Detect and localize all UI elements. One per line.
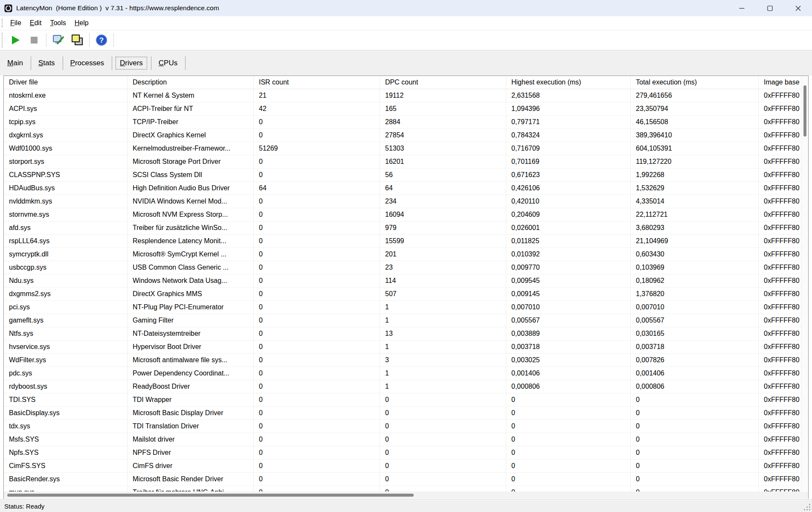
cell-driver-file: dxgmms2.sys xyxy=(4,288,128,300)
cell-total-execution: 119,127220 xyxy=(631,155,759,168)
column-header-description[interactable]: Description xyxy=(128,76,254,89)
cell-isr-count: 0 xyxy=(254,420,380,433)
tab-cpus[interactable]: CPUs xyxy=(155,57,181,69)
table-row[interactable]: pdc.sys Power Dependency Coordinat... 0 … xyxy=(4,367,801,380)
cell-description: Mailslot driver xyxy=(128,433,254,446)
menu-tools[interactable]: Tools xyxy=(46,17,70,29)
table-row[interactable]: dxgkrnl.sys DirectX Graphics Kernel 0 27… xyxy=(4,129,801,142)
cell-dpc-count: 1 xyxy=(380,380,506,393)
table-row[interactable]: Ntfs.sys NT-Dateisystemtreiber 0 13 0,00… xyxy=(4,327,801,340)
table-row[interactable]: BasicDisplay.sys Microsoft Basic Display… xyxy=(4,407,801,420)
cell-isr-count: 0 xyxy=(254,354,380,367)
cell-driver-file: pci.sys xyxy=(4,301,128,314)
cell-total-execution: 0 xyxy=(631,433,759,446)
menu-file[interactable]: File xyxy=(6,17,26,29)
title-bar[interactable]: LatencyMon (Home Edition ) v 7.31 - http… xyxy=(0,0,812,16)
cell-driver-file: HDAudBus.sys xyxy=(4,182,128,195)
table-row[interactable]: nvlddmkm.sys NVIDIA Windows Kernel Mod..… xyxy=(4,195,801,208)
cell-dpc-count: 19112 xyxy=(380,89,506,102)
cell-dpc-count: 507 xyxy=(380,288,506,300)
table-row[interactable]: gameflt.sys Gaming Filter 0 1 0,005567 0… xyxy=(4,314,801,327)
menu-edit[interactable]: Edit xyxy=(26,17,46,29)
table-row[interactable]: Msfs.SYS Mailslot driver 0 0 0 0 0xFFFFF… xyxy=(4,433,801,446)
cell-total-execution: 604,105391 xyxy=(631,142,759,155)
cell-total-execution: 23,350794 xyxy=(631,102,759,115)
cell-dpc-count: 56 xyxy=(380,169,506,181)
vertical-scrollbar-thumb[interactable] xyxy=(803,85,806,137)
column-header-isr-count[interactable]: ISR count xyxy=(254,76,380,89)
table-row[interactable]: usbccgp.sys USB Common Class Generic ...… xyxy=(4,261,801,274)
maximize-button[interactable] xyxy=(756,0,784,16)
cell-highest-execution: 0,009770 xyxy=(506,261,631,274)
horizontal-scrollbar-thumb[interactable] xyxy=(7,494,414,497)
table-row[interactable]: BasicRender.sys Microsoft Basic Render D… xyxy=(4,473,801,486)
table-row[interactable]: CimFS.SYS CimFS driver 0 0 0 0 0xFFFFF80 xyxy=(4,460,801,473)
window-copy-button[interactable] xyxy=(68,32,87,48)
cell-image-base: 0xFFFFF80 xyxy=(759,380,801,393)
table-row[interactable]: dxgmms2.sys DirectX Graphics MMS 0 507 0… xyxy=(4,288,801,301)
tab-stats[interactable]: Stats xyxy=(35,57,59,69)
table-row[interactable]: rdyboost.sys ReadyBoost Driver 0 1 0,000… xyxy=(4,380,801,393)
table-row[interactable]: TDI.SYS TDI Wrapper 0 0 0 0 0xFFFFF80 xyxy=(4,393,801,407)
cell-dpc-count: 165 xyxy=(380,102,506,115)
cell-highest-execution: 0 xyxy=(506,433,631,446)
cell-driver-file: nvlddmkm.sys xyxy=(4,195,128,208)
horizontal-scrollbar[interactable] xyxy=(4,492,808,499)
menu-help[interactable]: Help xyxy=(70,17,93,29)
cell-highest-execution: 0 xyxy=(506,486,631,492)
cell-dpc-count: 1 xyxy=(380,301,506,314)
close-button[interactable] xyxy=(784,0,812,16)
table-row[interactable]: Wdf01000.sys Kernelmodustreiber-Framewor… xyxy=(4,142,801,155)
cell-highest-execution: 0,011825 xyxy=(506,235,631,247)
cell-isr-count: 0 xyxy=(254,301,380,314)
vertical-scrollbar[interactable] xyxy=(801,76,808,491)
column-header-image-base[interactable]: Image base xyxy=(759,76,801,89)
table-row[interactable]: WdFilter.sys Microsoft antimalware file … xyxy=(4,354,801,367)
table-row[interactable]: HDAudBus.sys High Definition Audio Bus D… xyxy=(4,182,801,195)
stop-button[interactable] xyxy=(25,32,44,48)
stacked-windows-icon xyxy=(71,34,84,47)
table-row[interactable]: hvservice.sys Hypervisor Boot Driver 0 1… xyxy=(4,340,801,354)
table-row[interactable]: ACPI.sys ACPI-Treiber für NT 42 165 1,09… xyxy=(4,102,801,116)
tab-separator xyxy=(151,56,151,70)
edit-report-button[interactable] xyxy=(49,32,68,48)
table-row[interactable]: Npfs.SYS NPFS Driver 0 0 0 0 0xFFFFF80 xyxy=(4,446,801,460)
table-row[interactable]: stornvme.sys Microsoft NVM Express Storp… xyxy=(4,208,801,221)
table-row[interactable]: mup.sys Treiber für mehrere UNC-Anbi... … xyxy=(4,486,801,492)
help-button[interactable]: ? xyxy=(92,32,111,48)
table-row[interactable]: storport.sys Microsoft Storage Port Driv… xyxy=(4,155,801,169)
cell-description: Microsoft antimalware file sys... xyxy=(128,354,254,367)
cell-driver-file: pdc.sys xyxy=(4,367,128,380)
resize-grip[interactable] xyxy=(804,504,811,511)
window-title: LatencyMon (Home Edition ) v 7.31 - http… xyxy=(16,4,219,12)
table-row[interactable]: tdx.sys TDI Translation Driver 0 0 0 0 0… xyxy=(4,420,801,433)
column-header-driver-file[interactable]: Driver file xyxy=(4,76,128,89)
column-header-dpc-count[interactable]: DPC count xyxy=(380,76,506,89)
column-header-total-execution[interactable]: Total execution (ms) xyxy=(631,76,759,89)
tab-main[interactable]: Main xyxy=(3,57,27,69)
play-button[interactable] xyxy=(6,32,25,48)
tab-bar: Main Stats Processes Drivers CPUs xyxy=(0,50,812,76)
table-row[interactable]: symcryptk.dll Microsoft® SymCrypt Kernel… xyxy=(4,248,801,261)
table-row[interactable]: ntoskrnl.exe NT Kernel & System 21 19112… xyxy=(4,89,801,102)
table-row[interactable]: CLASSPNP.SYS SCSI Class System Dll 0 56 … xyxy=(4,169,801,182)
table-header: Driver file Description ISR count DPC co… xyxy=(4,76,801,89)
menu-gripper[interactable] xyxy=(2,19,3,27)
tab-drivers[interactable]: Drivers xyxy=(116,57,147,70)
table-row[interactable]: Ndu.sys Windows Network Data Usag... 0 1… xyxy=(4,274,801,288)
toolbar-gripper[interactable] xyxy=(2,33,3,47)
cell-image-base: 0xFFFFF80 xyxy=(759,261,801,274)
cell-description: TCP/IP-Treiber xyxy=(128,116,254,128)
table-row[interactable]: tcpip.sys TCP/IP-Treiber 0 2884 0,797171… xyxy=(4,116,801,129)
cell-image-base: 0xFFFFF80 xyxy=(759,473,801,486)
cell-total-execution: 1,376820 xyxy=(631,288,759,300)
cell-isr-count: 0 xyxy=(254,261,380,274)
minimize-button[interactable] xyxy=(728,0,756,16)
close-icon xyxy=(795,6,801,11)
table-row[interactable]: rspLLL64.sys Resplendence Latency Monit.… xyxy=(4,235,801,248)
tab-processes[interactable]: Processes xyxy=(67,57,108,69)
column-header-highest-execution[interactable]: Highest execution (ms) xyxy=(506,76,631,89)
table-row[interactable]: afd.sys Treiber für zusätzliche WinSo...… xyxy=(4,221,801,235)
table-row[interactable]: pci.sys NT-Plug Play PCI-Enumerator 0 1 … xyxy=(4,301,801,314)
tab-separator xyxy=(185,56,186,70)
